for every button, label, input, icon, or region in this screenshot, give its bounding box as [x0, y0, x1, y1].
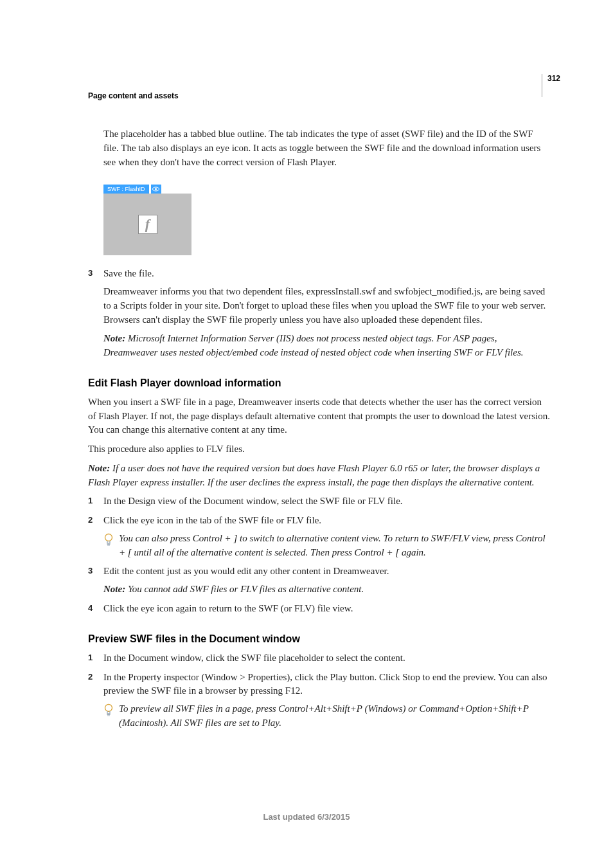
- step-3: 3 Save the file.: [88, 267, 551, 281]
- preview-tip: To preview all SWF files in a page, pres…: [103, 702, 551, 730]
- edit-note-2: Note: You cannot add SWF files or FLV fi…: [103, 583, 551, 597]
- edit-step-3: 3 Edit the content just as you would edi…: [88, 565, 551, 579]
- flash-f-icon: f: [138, 215, 157, 234]
- edit-tip: You can also press Control + ] to switch…: [103, 532, 551, 560]
- preview-section-heading: Preview SWF files in the Document window: [88, 631, 551, 646]
- step-3-note: Note: Microsoft Internet Information Ser…: [103, 332, 551, 360]
- note-label: Note:: [103, 584, 125, 594]
- step-text: Save the file.: [103, 267, 551, 281]
- step-number: 2: [88, 514, 103, 528]
- step-number: 1: [88, 494, 103, 509]
- svg-point-5: [105, 705, 112, 712]
- step-number: 4: [88, 602, 103, 616]
- swf-tab: SWF : FlashID: [103, 185, 191, 194]
- note-label: Note:: [88, 463, 110, 473]
- step-3-paragraph: Dreamweaver informs you that two depende…: [103, 285, 551, 327]
- note-text: Microsoft Internet Information Server (I…: [103, 333, 523, 357]
- step-text: Click the eye icon in the tab of the SWF…: [103, 514, 551, 528]
- intro-paragraph: The placeholder has a tabbed blue outlin…: [103, 127, 551, 169]
- lightbulb-icon: [103, 532, 119, 560]
- tip-text: You can also press Control + ] to switch…: [119, 532, 551, 560]
- running-header: Page content and assets: [88, 91, 179, 100]
- note-label: Note:: [103, 333, 125, 343]
- page-content: The placeholder has a tabbed blue outlin…: [88, 127, 551, 736]
- step-text: Click the eye icon again to return to th…: [103, 602, 551, 616]
- note-text: If a user does not have the required ver…: [88, 463, 540, 487]
- step-number: 1: [88, 651, 103, 665]
- step-text: Edit the content just as you would edit …: [103, 565, 551, 579]
- step-text: In the Document window, click the SWF fi…: [103, 651, 551, 665]
- edit-step-1: 1 In the Design view of the Document win…: [88, 494, 551, 509]
- lightbulb-icon: [103, 702, 119, 730]
- swf-placeholder-figure: SWF : FlashID f: [103, 185, 191, 255]
- note-text: You cannot add SWF files or FLV files as…: [125, 584, 364, 594]
- eye-icon: [151, 185, 161, 194]
- tip-text: To preview all SWF files in a page, pres…: [119, 702, 551, 730]
- swf-body: f: [103, 194, 191, 255]
- preview-step-1: 1 In the Document window, click the SWF …: [88, 651, 551, 665]
- edit-section-heading: Edit Flash Player download information: [88, 375, 551, 390]
- edit-step-2: 2 Click the eye icon in the tab of the S…: [88, 514, 551, 528]
- edit-para-1: When you insert a SWF file in a page, Dr…: [88, 395, 551, 437]
- edit-step-4: 4 Click the eye icon again to return to …: [88, 602, 551, 616]
- edit-para-2: This procedure also applies to FLV files…: [88, 442, 551, 457]
- preview-step-2: 2 In the Property inspector (Window > Pr…: [88, 671, 551, 699]
- step-number: 3: [88, 565, 103, 579]
- step-text: In the Design view of the Document windo…: [103, 494, 551, 509]
- step-number: 2: [88, 671, 103, 699]
- swf-tab-label: SWF : FlashID: [103, 185, 149, 194]
- edit-note: Note: If a user does not have the requir…: [88, 462, 551, 490]
- page-number: 312: [542, 74, 560, 97]
- step-number: 3: [88, 267, 103, 281]
- footer-last-updated: Last updated 6/3/2015: [0, 812, 613, 822]
- svg-point-2: [105, 534, 112, 541]
- svg-point-1: [155, 188, 157, 190]
- step-text: In the Property inspector (Window > Prop…: [103, 671, 551, 699]
